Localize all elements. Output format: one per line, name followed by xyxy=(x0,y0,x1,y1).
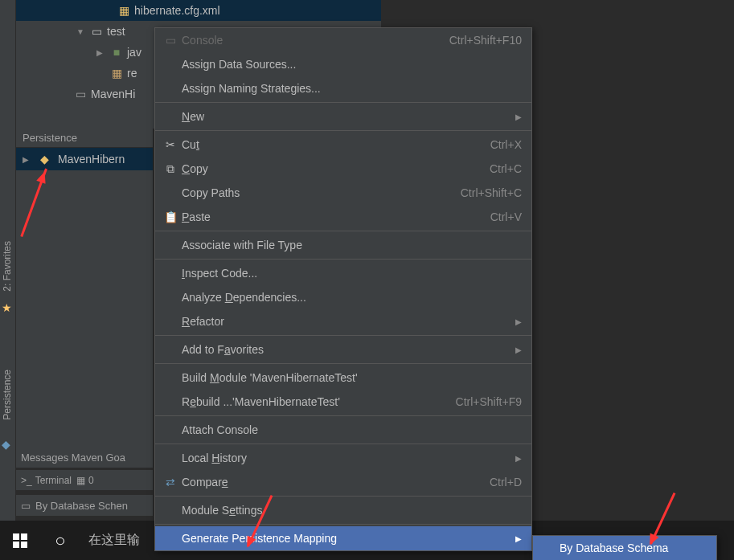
status-icon: ▭ xyxy=(21,500,31,512)
menu-label: Copy xyxy=(182,162,490,175)
svg-rect-1 xyxy=(21,533,27,540)
favorites-tool-button[interactable]: 2: Favorites xyxy=(2,241,13,292)
menu-separator xyxy=(155,363,531,364)
search-box[interactable]: 在这里输 xyxy=(80,532,148,549)
expander-icon[interactable]: ▶ xyxy=(23,155,35,164)
terminal-label: Terminal xyxy=(35,475,72,486)
copy-icon: ⧉ xyxy=(162,162,179,176)
tree-item-hibernate-cfg[interactable]: ▦ hibernate.cfg.xml xyxy=(16,0,381,21)
menu-cut[interactable]: ✂ Cut Ctrl+X xyxy=(155,133,531,157)
xml-file-icon: ▦ xyxy=(117,4,131,17)
menu-separator xyxy=(155,259,531,260)
menu-assign-data-sources[interactable]: Assign Data Sources... xyxy=(155,52,531,76)
status-text: By Database Schen xyxy=(35,500,128,512)
menu-assign-naming[interactable]: Assign Naming Strategies... xyxy=(155,76,531,100)
svg-rect-2 xyxy=(13,542,19,548)
tree-item-label: jav xyxy=(127,46,141,59)
menu-local-history[interactable]: Local History ▶ xyxy=(155,446,531,470)
menu-label: Analyze Dependencies... xyxy=(182,291,522,304)
persistence-unit-icon xyxy=(40,153,53,166)
submenu-by-database-schema[interactable]: By Database Schema xyxy=(533,536,716,560)
menu-label: Attach Console xyxy=(182,423,522,436)
menu-analyze-dependencies[interactable]: Analyze Dependencies... xyxy=(155,285,531,309)
tree-item-label: MavenHi xyxy=(91,88,135,100)
menu-separator xyxy=(155,415,531,416)
menu-new[interactable]: New ▶ xyxy=(155,104,531,129)
menu-console: ▭ Console Ctrl+Shift+F10 xyxy=(155,28,531,52)
menu-copy-paths[interactable]: Copy Paths Ctrl+Shift+C xyxy=(155,181,531,205)
menu-separator xyxy=(155,496,531,497)
persistence-panel[interactable]: Persistence ▶ MavenHibern xyxy=(16,129,153,450)
file-icon: ▦ xyxy=(76,475,85,486)
menu-label: Paste xyxy=(182,211,490,223)
menu-label: Copy Paths xyxy=(182,186,461,199)
menu-refactor[interactable]: Refactor ▶ xyxy=(155,309,531,333)
menu-separator xyxy=(155,231,531,231)
generate-mapping-submenu[interactable]: By Database Schema xyxy=(532,535,717,560)
file-tab-label: 0 xyxy=(88,475,94,486)
menu-compare[interactable]: ⇄ Compare Ctrl+D xyxy=(155,470,531,494)
persistence-tool-button[interactable]: Persistence xyxy=(2,370,13,420)
menu-build-module[interactable]: Build Module 'MavenHibernateTest' xyxy=(155,366,531,390)
java-folder-icon: ■ xyxy=(109,46,124,59)
menu-label: Associate with File Type xyxy=(182,239,522,251)
menu-label: Inspect Code... xyxy=(182,267,522,280)
menu-shortcut: Ctrl+V xyxy=(490,211,522,223)
panel-header: Persistence xyxy=(16,129,153,148)
menu-shortcut: Ctrl+Shift+F10 xyxy=(449,34,522,47)
status-bar: ▭ By Database Schen xyxy=(16,495,153,516)
terminal-icon: >_ xyxy=(21,475,32,486)
menu-separator xyxy=(155,524,531,525)
menu-add-favorites[interactable]: Add to Favorites ▶ xyxy=(155,337,531,362)
messages-bar[interactable]: Messages Maven Goa xyxy=(16,447,153,468)
menu-shortcut: Ctrl+C xyxy=(490,162,522,175)
cortana-button[interactable]: ○ xyxy=(40,521,80,560)
menu-label: Assign Naming Strategies... xyxy=(182,82,522,95)
menu-paste[interactable]: 📋 Paste Ctrl+V xyxy=(155,205,531,229)
submenu-arrow-icon: ▶ xyxy=(515,345,522,354)
submenu-label: By Database Schema xyxy=(560,542,707,554)
menu-associate-file-type[interactable]: Associate with File Type xyxy=(155,233,531,257)
menu-shortcut: Ctrl+Shift+F9 xyxy=(456,395,522,408)
menu-label: Console xyxy=(182,34,449,47)
menu-label: Rebuild ...'MavenHibernateTest' xyxy=(182,395,456,408)
start-button[interactable] xyxy=(0,521,40,560)
menu-separator xyxy=(155,130,531,131)
menu-attach-console[interactable]: Attach Console xyxy=(155,418,531,442)
persistence-item-label: MavenHibern xyxy=(58,153,125,166)
file-tab[interactable]: ▦ 0 xyxy=(76,475,94,486)
menu-label: Add to Favorites xyxy=(182,343,507,356)
messages-label: Messages Maven Goa xyxy=(21,452,125,464)
menu-label: Refactor xyxy=(182,315,507,328)
terminal-tab[interactable]: >_ Terminal xyxy=(21,475,72,486)
menu-label: Local History xyxy=(182,452,507,464)
menu-label: Generate Persistence Mapping xyxy=(182,532,507,545)
compare-icon: ⇄ xyxy=(162,476,179,488)
expander-icon[interactable]: ▼ xyxy=(76,27,89,36)
submenu-arrow-icon: ▶ xyxy=(515,534,522,543)
menu-label: Module Settings xyxy=(182,504,522,517)
menu-shortcut: Ctrl+X xyxy=(490,138,522,151)
persistence-project-item[interactable]: ▶ MavenHibern xyxy=(16,148,153,170)
tree-item-label: hibernate.cfg.xml xyxy=(134,4,220,17)
menu-module-settings[interactable]: Module Settings xyxy=(155,498,531,522)
context-menu[interactable]: ▭ Console Ctrl+Shift+F10 Assign Data Sou… xyxy=(154,27,532,551)
submenu-arrow-icon: ▶ xyxy=(515,112,522,121)
tree-item-label: test xyxy=(107,25,125,38)
menu-generate-persistence-mapping[interactable]: Generate Persistence Mapping ▶ xyxy=(155,526,531,550)
menu-label: Cut xyxy=(182,138,490,151)
menu-copy[interactable]: ⧉ Copy Ctrl+C xyxy=(155,157,531,181)
tool-window-stripe[interactable]: 2: Favorites ★ Persistence ◆ xyxy=(0,0,16,560)
submenu-arrow-icon: ▶ xyxy=(515,317,522,326)
menu-label: Assign Data Sources... xyxy=(182,58,522,71)
menu-inspect-code[interactable]: Inspect Code... xyxy=(155,261,531,285)
bottom-tabs[interactable]: >_ Terminal ▦ 0 xyxy=(16,469,153,490)
svg-rect-3 xyxy=(21,542,27,548)
expander-icon[interactable]: ▶ xyxy=(96,48,109,57)
star-icon: ★ xyxy=(2,301,12,314)
menu-rebuild-module[interactable]: Rebuild ...'MavenHibernateTest' Ctrl+Shi… xyxy=(155,390,531,414)
tree-item-label: re xyxy=(127,67,137,80)
windows-icon xyxy=(13,533,27,548)
resources-folder-icon: ▦ xyxy=(109,67,124,80)
menu-shortcut: Ctrl+D xyxy=(490,476,522,488)
